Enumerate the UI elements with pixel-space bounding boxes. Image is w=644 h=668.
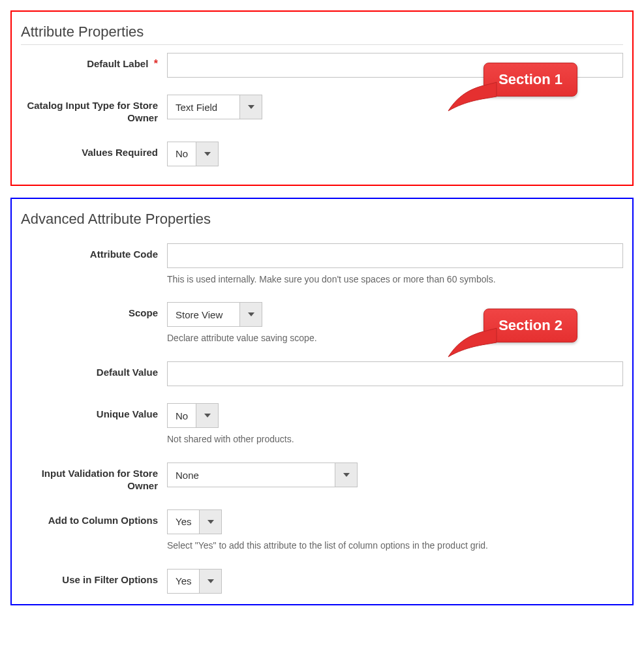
chevron-down-icon (343, 472, 350, 478)
divider (21, 44, 623, 45)
chevron-down-icon (248, 104, 254, 110)
select-value: Text Field (168, 95, 239, 119)
scope-select[interactable]: Store View (167, 302, 262, 327)
field-use-in-filter: Use in Filter Options Yes (21, 569, 623, 594)
add-to-columns-select[interactable]: Yes (167, 509, 222, 534)
field-input-type: Catalog Input Type for Store Owner Text … (21, 95, 623, 125)
field-unique-value: Unique Value No Not shared with other pr… (21, 403, 623, 446)
field-label: Default Value (97, 367, 158, 379)
page-wrapper: Section 1 Attribute Properties Default L… (0, 0, 644, 616)
use-in-filter-select[interactable]: Yes (167, 569, 222, 594)
select-toggle[interactable] (199, 510, 221, 534)
select-toggle[interactable] (196, 404, 218, 427)
select-value: Store View (168, 303, 239, 326)
field-hint: Not shared with other products. (167, 433, 623, 446)
field-label: Default Label (87, 58, 148, 70)
callout-section-1: Section 1 (483, 63, 577, 97)
field-hint: Select "Yes" to add this attribute to th… (167, 539, 623, 552)
field-label: Attribute Code (90, 249, 158, 261)
select-value: Yes (168, 510, 199, 534)
chevron-down-icon (204, 151, 211, 157)
field-label: Catalog Input Type for Store Owner (21, 100, 158, 125)
field-label: Use in Filter Options (62, 574, 158, 586)
field-label: Unique Value (97, 408, 158, 421)
section-title: Attribute Properties (21, 23, 623, 40)
attribute-properties-section: Section 1 Attribute Properties Default L… (10, 10, 634, 186)
field-label: Values Required (82, 147, 158, 159)
callout-tail-icon (446, 81, 498, 114)
advanced-attribute-properties-section: Section 2 Advanced Attribute Properties … (10, 198, 634, 605)
field-values-required: Values Required No (21, 142, 623, 166)
callout-section-2: Section 2 (483, 309, 577, 342)
field-label: Scope (129, 307, 158, 320)
select-value: No (168, 404, 196, 427)
section-title: Advanced Attribute Properties (21, 211, 623, 228)
chevron-down-icon (207, 578, 214, 584)
select-toggle[interactable] (199, 569, 221, 593)
chevron-down-icon (207, 519, 214, 525)
field-hint: This is used internally. Make sure you d… (167, 273, 623, 286)
field-label: Input Validation for Store Owner (21, 468, 158, 493)
field-attribute-code: Attribute Code This is used internally. … (21, 243, 623, 286)
select-toggle[interactable] (239, 303, 262, 326)
attribute-code-input[interactable] (167, 243, 623, 268)
values-required-select[interactable]: No (167, 142, 219, 166)
input-type-select[interactable]: Text Field (167, 95, 262, 119)
unique-value-select[interactable]: No (167, 403, 219, 428)
select-value: None (168, 463, 335, 487)
select-value: Yes (168, 569, 199, 593)
select-toggle[interactable] (335, 463, 357, 487)
field-default-value: Default Value (21, 361, 623, 386)
field-add-to-columns: Add to Column Options Yes Select "Yes" t… (21, 509, 623, 552)
field-label: Add to Column Options (48, 515, 158, 527)
field-input-validation: Input Validation for Store Owner None (21, 463, 623, 493)
input-validation-select[interactable]: None (167, 463, 358, 487)
required-mark: * (154, 58, 158, 69)
callout-tail-icon (446, 327, 498, 359)
default-value-input[interactable] (167, 361, 623, 386)
chevron-down-icon (204, 412, 211, 419)
select-toggle[interactable] (196, 142, 218, 166)
chevron-down-icon (248, 311, 254, 318)
select-value: No (168, 142, 196, 166)
select-toggle[interactable] (239, 95, 262, 119)
